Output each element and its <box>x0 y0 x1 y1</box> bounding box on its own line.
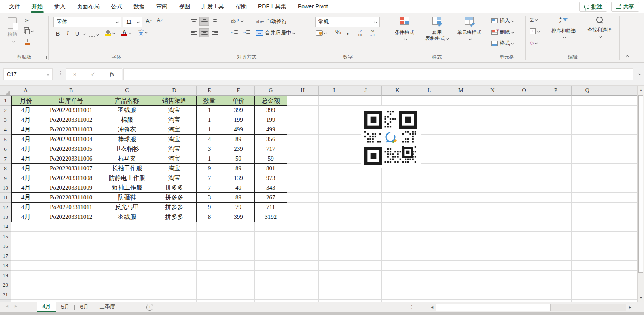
cell[interactable]: 拼多多 <box>152 203 197 212</box>
cell[interactable]: 拼多多 <box>152 193 197 203</box>
tab-help[interactable]: 帮助 <box>230 0 252 13</box>
cell[interactable] <box>382 251 413 261</box>
cell[interactable] <box>540 280 572 290</box>
name-box[interactable]: C17 <box>3 68 53 80</box>
cell[interactable] <box>508 193 540 203</box>
cell[interactable] <box>102 222 153 232</box>
percent-style-button[interactable]: % <box>335 29 341 36</box>
cell[interactable] <box>603 164 637 173</box>
cell[interactable] <box>477 261 508 271</box>
cell[interactable] <box>255 241 287 251</box>
row-header[interactable] <box>0 300 11 302</box>
cell[interactable] <box>350 290 382 300</box>
column-header[interactable]: N <box>477 86 508 96</box>
cell[interactable] <box>152 300 197 302</box>
cell[interactable] <box>603 222 637 232</box>
cell[interactable] <box>319 241 350 251</box>
cell[interactable] <box>287 203 319 212</box>
cell[interactable] <box>572 125 603 135</box>
cell[interactable] <box>319 261 350 271</box>
cell[interactable] <box>152 261 197 271</box>
cell[interactable] <box>40 271 102 280</box>
cell[interactable] <box>540 300 572 302</box>
cell[interactable]: 79 <box>222 203 255 212</box>
cell[interactable]: 4月 <box>11 125 40 135</box>
cell[interactable] <box>350 241 382 251</box>
cell[interactable] <box>350 300 382 302</box>
cell[interactable] <box>382 222 413 232</box>
cell[interactable] <box>445 300 477 302</box>
cell[interactable] <box>102 280 153 290</box>
cell[interactable] <box>508 154 540 164</box>
cell[interactable] <box>572 164 603 173</box>
cell[interactable] <box>540 261 572 271</box>
cell[interactable]: 淘宝 <box>152 106 197 115</box>
cell[interactable] <box>603 232 637 241</box>
cell[interactable] <box>445 183 477 193</box>
orientation-button[interactable]: ab↗ <box>231 18 243 23</box>
cell[interactable] <box>287 106 319 115</box>
cell[interactable] <box>445 261 477 271</box>
collapse-ribbon-button[interactable] <box>626 55 629 58</box>
cell[interactable] <box>350 251 382 261</box>
fill-button[interactable]: ↓ <box>530 28 539 34</box>
sheet-nav-prev-icon[interactable]: ◀ <box>6 304 8 308</box>
cell[interactable]: 973 <box>255 173 287 183</box>
cell[interactable] <box>382 241 413 251</box>
cell[interactable]: 1 <box>197 106 222 115</box>
cell[interactable] <box>477 164 508 173</box>
cell[interactable] <box>445 241 477 251</box>
cell[interactable]: Po202203311008 <box>40 173 102 183</box>
cell[interactable]: 4月 <box>11 164 40 173</box>
cell[interactable] <box>382 212 413 222</box>
merge-center-button[interactable]: ↔ 合并后居中 <box>256 29 295 36</box>
cell[interactable] <box>572 290 603 300</box>
cell[interactable] <box>222 232 255 241</box>
cell[interactable] <box>603 183 637 193</box>
font-color-button[interactable]: A <box>121 30 131 36</box>
cell[interactable] <box>287 280 319 290</box>
fx-icon[interactable]: fx <box>110 71 114 78</box>
cell[interactable]: 淘宝 <box>152 135 197 144</box>
name-box-dropdown-icon[interactable] <box>47 73 49 76</box>
cell[interactable] <box>40 280 102 290</box>
cell[interactable]: 4月 <box>11 193 40 203</box>
cell[interactable] <box>287 241 319 251</box>
cell[interactable] <box>572 203 603 212</box>
cell[interactable]: Po202203311002 <box>40 115 102 125</box>
cell[interactable]: 7 <box>197 183 222 193</box>
cell[interactable]: 717 <box>255 144 287 154</box>
cell[interactable] <box>152 271 197 280</box>
cell[interactable] <box>572 144 603 154</box>
cell[interactable] <box>350 232 382 241</box>
cell[interactable] <box>413 241 445 251</box>
cell[interactable] <box>319 135 350 144</box>
cell[interactable] <box>40 290 102 300</box>
cell[interactable] <box>152 280 197 290</box>
cell[interactable] <box>350 222 382 232</box>
cell[interactable] <box>508 164 540 173</box>
cell[interactable] <box>540 125 572 135</box>
cell[interactable]: 4月 <box>11 154 40 164</box>
column-header[interactable]: C <box>102 86 153 96</box>
cell[interactable] <box>197 271 222 280</box>
cell[interactable] <box>572 96 603 106</box>
cell[interactable] <box>382 193 413 203</box>
cell[interactable] <box>319 96 350 106</box>
cell[interactable] <box>287 212 319 222</box>
wrap-text-button[interactable]: ab↩ 自动换行 <box>256 18 287 25</box>
tab-formulas[interactable]: 公式 <box>105 0 128 13</box>
cell[interactable] <box>222 261 255 271</box>
cell[interactable] <box>197 261 222 271</box>
cell[interactable]: 199 <box>222 115 255 125</box>
cell[interactable] <box>572 271 603 280</box>
cell[interactable] <box>445 115 477 125</box>
cell[interactable] <box>508 290 540 300</box>
row-header[interactable]: 12 <box>0 203 11 212</box>
cell[interactable] <box>350 261 382 271</box>
cell[interactable] <box>319 290 350 300</box>
row-header[interactable]: 5 <box>0 135 11 144</box>
cell[interactable] <box>413 261 445 271</box>
cell[interactable] <box>445 193 477 203</box>
cell[interactable] <box>540 212 572 222</box>
